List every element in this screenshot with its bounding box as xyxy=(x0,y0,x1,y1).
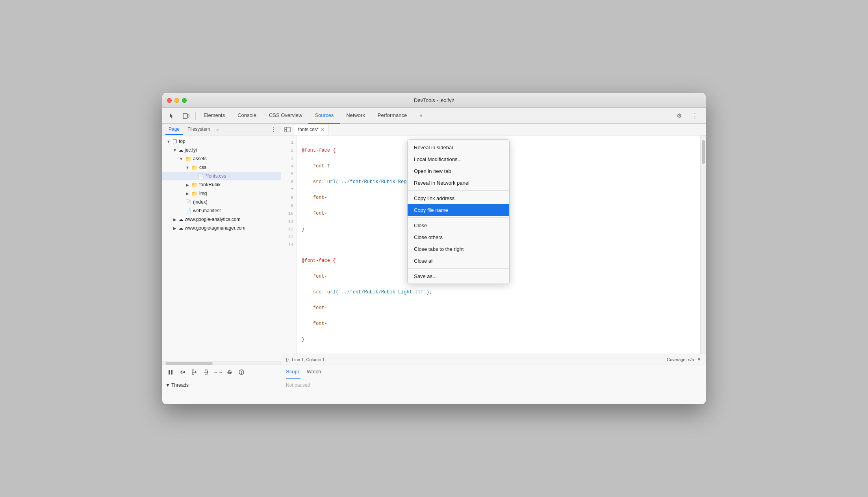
tree-arrow: ▼ xyxy=(178,157,184,161)
tab-close-icon[interactable]: × xyxy=(321,127,324,132)
tab-performance[interactable]: Performance xyxy=(371,108,413,124)
tab-scope[interactable]: Scope xyxy=(286,365,300,379)
tree-item-top[interactable]: ▼ ☐ top xyxy=(162,137,281,146)
tree-arrow: ▼ xyxy=(172,148,178,152)
position-label: Line 1, Column 1 xyxy=(292,357,325,362)
coverage-dropdown-icon[interactable]: ▼ xyxy=(697,357,701,362)
bottom-right: Scope Watch Not paused xyxy=(281,365,706,404)
ctx-separator-3 xyxy=(408,268,509,269)
status-bar: {} Line 1, Column 1 Coverage: n/a ▼ xyxy=(281,354,706,365)
titlebar: DevTools - jec.fyi/ xyxy=(162,93,706,108)
file-tree: ▼ ☐ top ▼ ☁ jec.fyi ▼ 📁 assets xyxy=(162,135,281,362)
tree-item-img[interactable]: ▶ 📁 img xyxy=(162,189,281,198)
tab-css-overview[interactable]: CSS Overview xyxy=(263,108,309,124)
status-bar-right: Coverage: n/a ▼ xyxy=(667,357,701,362)
device-icon[interactable] xyxy=(180,109,192,122)
page-icon: ☐ xyxy=(172,139,177,145)
svg-rect-0 xyxy=(183,113,187,119)
tab-page[interactable]: Page xyxy=(165,124,183,135)
panel-tab-menu-icon[interactable]: ⋮ xyxy=(269,125,278,134)
scrollbar-thumb-v xyxy=(702,140,705,164)
code-line-11: font- xyxy=(302,304,696,312)
ctx-separator-2 xyxy=(408,217,509,218)
ctx-close[interactable]: Close xyxy=(408,219,509,231)
tree-item-jecfyi[interactable]: ▼ ☁ jec.fyi xyxy=(162,146,281,154)
ctx-close-tabs-right[interactable]: Close tabs to the right xyxy=(408,243,509,255)
threads-label[interactable]: ▼ Threads xyxy=(162,379,281,391)
editor-tab-bar: fonts.css* × xyxy=(281,124,706,135)
tab-more[interactable]: » xyxy=(413,108,428,124)
panel-tab-bar: Page Filesystem » ⋮ xyxy=(162,124,281,135)
folder-icon: 📁 xyxy=(185,156,191,162)
tree-item-gtm[interactable]: ▶ ☁ www.googletagmanager.com xyxy=(162,224,281,232)
tab-console[interactable]: Console xyxy=(231,108,263,124)
right-panel: fonts.css* × 12345 678910 11121314 @font… xyxy=(281,124,706,365)
devtools-right-icons: ⚙ ⋮ xyxy=(673,109,703,122)
tree-item-google-analytics[interactable]: ▶ ☁ www.google-analytics.com xyxy=(162,215,281,224)
tab-filesystem[interactable]: Filesystem xyxy=(184,124,213,135)
editor-tab-fonts-css[interactable]: fonts.css* × xyxy=(294,124,328,135)
tree-arrow: ▶ xyxy=(184,191,191,196)
deactivate-breakpoints-button[interactable] xyxy=(224,367,235,377)
ctx-open-new-tab[interactable]: Open in new tab xyxy=(408,165,509,177)
ctx-copy-link-address[interactable]: Copy link address xyxy=(408,192,509,204)
tree-arrow: ▼ xyxy=(165,139,172,144)
tab-network[interactable]: Network xyxy=(340,108,371,124)
svg-rect-5 xyxy=(171,370,172,375)
main-content: Page Filesystem » ⋮ ▼ ☐ top xyxy=(162,124,706,365)
cloud-icon: ☁ xyxy=(179,148,183,153)
tree-item-css[interactable]: ▼ 📁 css xyxy=(162,163,281,172)
window-controls xyxy=(167,98,187,103)
folder-icon: 📁 xyxy=(191,191,198,197)
ctx-local-modifications[interactable]: Local Modifications... xyxy=(408,153,509,165)
bottom-left: →→ ▼ Threads xyxy=(162,365,281,404)
coverage-label: Coverage: n/a xyxy=(667,357,694,362)
svg-rect-4 xyxy=(169,370,170,375)
step-back-button[interactable] xyxy=(177,367,187,377)
tab-sources[interactable]: Sources xyxy=(308,108,340,124)
step-over-button[interactable] xyxy=(189,367,199,377)
cursor-icon[interactable] xyxy=(165,109,178,122)
tab-elements[interactable]: Elements xyxy=(197,108,231,124)
tree-item-font-rubik[interactable]: ▶ 📁 font/Rubik xyxy=(162,180,281,189)
minimize-button[interactable] xyxy=(174,98,179,103)
ctx-close-all[interactable]: Close all xyxy=(408,255,509,267)
format-icon[interactable]: {} xyxy=(286,357,289,362)
code-line-10: src: url('../font/Rubik/Rubik-Light.ttf'… xyxy=(302,288,696,296)
code-line-14 xyxy=(302,351,696,354)
cloud-icon: ☁ xyxy=(179,217,183,222)
debug-toolbar: →→ xyxy=(162,365,281,379)
tree-item-index[interactable]: 📄 (index) xyxy=(162,198,281,206)
continue-button[interactable]: →→ xyxy=(213,367,223,377)
sidebar-toggle-icon[interactable] xyxy=(283,125,292,134)
tab-watch[interactable]: Watch xyxy=(307,365,321,379)
tree-item-fonts-css[interactable]: 📄 *fonts.css xyxy=(162,172,281,180)
vertical-scrollbar[interactable] xyxy=(700,135,706,354)
panel-tab-more[interactable]: » xyxy=(216,127,219,132)
css-file-icon: 📄 xyxy=(198,173,204,179)
kebab-menu-icon[interactable]: ⋮ xyxy=(688,109,701,122)
settings-icon[interactable]: ⚙ xyxy=(673,109,685,122)
maximize-button[interactable] xyxy=(182,98,187,103)
ctx-reveal-sidebar[interactable]: Reveal in sidebar xyxy=(408,141,509,153)
scrollbar-thumb-h xyxy=(165,362,213,365)
ctx-save-as[interactable]: Save as... xyxy=(408,270,509,282)
ctx-reveal-network[interactable]: Reveal in Network panel xyxy=(408,177,509,189)
cloud-icon: ☁ xyxy=(179,226,183,231)
step-out-button[interactable] xyxy=(201,367,211,377)
ctx-copy-file-name[interactable]: Copy file name xyxy=(408,204,509,216)
line-numbers: 12345 678910 11121314 xyxy=(281,135,297,354)
file-icon: 📄 xyxy=(185,199,191,205)
code-line-13: } xyxy=(302,336,696,343)
folder-icon: 📁 xyxy=(191,165,198,171)
horizontal-scrollbar[interactable] xyxy=(162,362,281,365)
scope-content: Not paused xyxy=(281,379,706,404)
code-line-12: font- xyxy=(302,320,696,328)
pause-on-exceptions-button[interactable] xyxy=(236,367,247,377)
ctx-close-others[interactable]: Close others xyxy=(408,231,509,243)
close-button[interactable] xyxy=(167,98,172,103)
tree-item-webmanifest[interactable]: 📄 web.manifest xyxy=(162,206,281,215)
tree-item-assets[interactable]: ▼ 📁 assets xyxy=(162,154,281,163)
tree-arrow: ▶ xyxy=(172,217,178,222)
pause-button[interactable] xyxy=(165,367,176,377)
